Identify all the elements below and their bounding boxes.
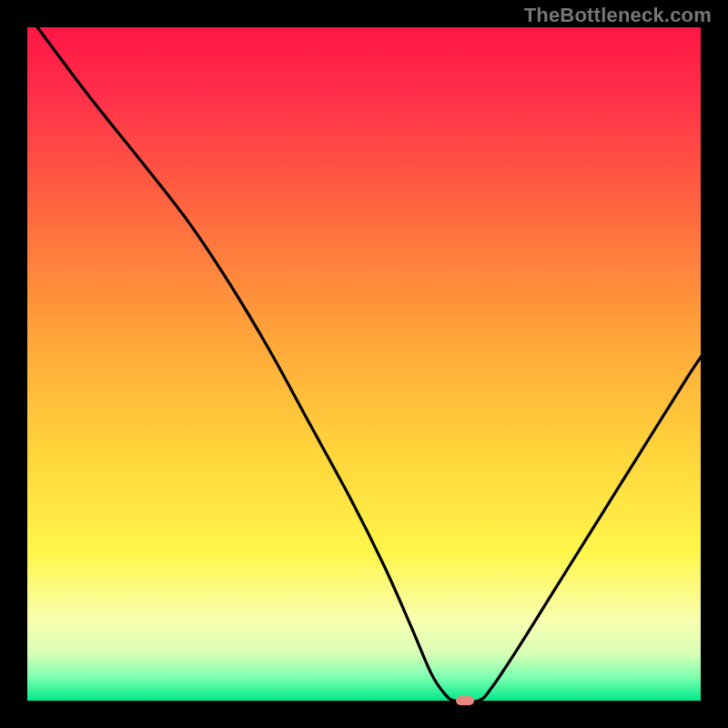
- optimum-marker: [456, 696, 474, 705]
- svg-rect-0: [456, 696, 474, 705]
- gradient-field: [27, 27, 701, 701]
- watermark-text: TheBottleneck.com: [524, 4, 712, 27]
- bottleneck-chart: [0, 0, 728, 728]
- chart-frame: TheBottleneck.com: [0, 0, 728, 728]
